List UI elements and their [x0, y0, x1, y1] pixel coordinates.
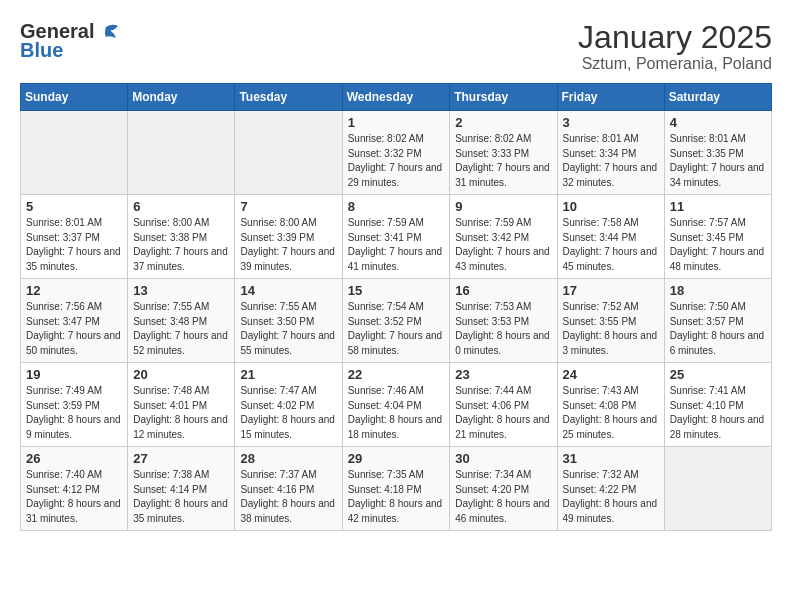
calendar-day-cell: 4Sunrise: 8:01 AM Sunset: 3:35 PM Daylig… — [664, 111, 771, 195]
page-title: January 2025 — [578, 20, 772, 55]
calendar-day-cell: 3Sunrise: 8:01 AM Sunset: 3:34 PM Daylig… — [557, 111, 664, 195]
day-info: Sunrise: 7:59 AM Sunset: 3:41 PM Dayligh… — [348, 216, 445, 274]
day-number: 18 — [670, 283, 766, 298]
calendar-week-row: 12Sunrise: 7:56 AM Sunset: 3:47 PM Dayli… — [21, 279, 772, 363]
day-info: Sunrise: 7:34 AM Sunset: 4:20 PM Dayligh… — [455, 468, 551, 526]
calendar-day-cell: 9Sunrise: 7:59 AM Sunset: 3:42 PM Daylig… — [450, 195, 557, 279]
day-number: 7 — [240, 199, 336, 214]
day-number: 13 — [133, 283, 229, 298]
calendar-day-cell: 6Sunrise: 8:00 AM Sunset: 3:38 PM Daylig… — [128, 195, 235, 279]
calendar-day-cell: 1Sunrise: 8:02 AM Sunset: 3:32 PM Daylig… — [342, 111, 450, 195]
weekday-header: Monday — [128, 84, 235, 111]
day-info: Sunrise: 8:01 AM Sunset: 3:34 PM Dayligh… — [563, 132, 659, 190]
day-info: Sunrise: 8:00 AM Sunset: 3:38 PM Dayligh… — [133, 216, 229, 274]
day-info: Sunrise: 7:40 AM Sunset: 4:12 PM Dayligh… — [26, 468, 122, 526]
logo-container: General Blue — [20, 20, 118, 62]
day-info: Sunrise: 7:59 AM Sunset: 3:42 PM Dayligh… — [455, 216, 551, 274]
day-number: 24 — [563, 367, 659, 382]
calendar-day-cell: 21Sunrise: 7:47 AM Sunset: 4:02 PM Dayli… — [235, 363, 342, 447]
calendar-day-cell — [664, 447, 771, 531]
day-info: Sunrise: 8:02 AM Sunset: 3:33 PM Dayligh… — [455, 132, 551, 190]
day-number: 28 — [240, 451, 336, 466]
calendar-day-cell: 16Sunrise: 7:53 AM Sunset: 3:53 PM Dayli… — [450, 279, 557, 363]
calendar-day-cell: 28Sunrise: 7:37 AM Sunset: 4:16 PM Dayli… — [235, 447, 342, 531]
calendar-week-row: 26Sunrise: 7:40 AM Sunset: 4:12 PM Dayli… — [21, 447, 772, 531]
logo: General Blue — [20, 20, 118, 62]
weekday-header: Sunday — [21, 84, 128, 111]
calendar-day-cell: 7Sunrise: 8:00 AM Sunset: 3:39 PM Daylig… — [235, 195, 342, 279]
day-info: Sunrise: 7:43 AM Sunset: 4:08 PM Dayligh… — [563, 384, 659, 442]
day-number: 30 — [455, 451, 551, 466]
day-number: 14 — [240, 283, 336, 298]
calendar-day-cell: 24Sunrise: 7:43 AM Sunset: 4:08 PM Dayli… — [557, 363, 664, 447]
day-info: Sunrise: 7:54 AM Sunset: 3:52 PM Dayligh… — [348, 300, 445, 358]
day-info: Sunrise: 7:53 AM Sunset: 3:53 PM Dayligh… — [455, 300, 551, 358]
day-info: Sunrise: 7:32 AM Sunset: 4:22 PM Dayligh… — [563, 468, 659, 526]
day-number: 22 — [348, 367, 445, 382]
day-number: 29 — [348, 451, 445, 466]
day-number: 31 — [563, 451, 659, 466]
page-header: General Blue January 2025 Sztum, Pomeran… — [20, 20, 772, 73]
day-info: Sunrise: 7:49 AM Sunset: 3:59 PM Dayligh… — [26, 384, 122, 442]
logo-bird-icon — [96, 23, 118, 41]
calendar-day-cell: 17Sunrise: 7:52 AM Sunset: 3:55 PM Dayli… — [557, 279, 664, 363]
day-number: 15 — [348, 283, 445, 298]
calendar-day-cell: 22Sunrise: 7:46 AM Sunset: 4:04 PM Dayli… — [342, 363, 450, 447]
day-number: 9 — [455, 199, 551, 214]
day-info: Sunrise: 7:52 AM Sunset: 3:55 PM Dayligh… — [563, 300, 659, 358]
calendar-day-cell: 26Sunrise: 7:40 AM Sunset: 4:12 PM Dayli… — [21, 447, 128, 531]
day-info: Sunrise: 8:01 AM Sunset: 3:37 PM Dayligh… — [26, 216, 122, 274]
logo-blue-text: Blue — [20, 39, 63, 62]
day-info: Sunrise: 7:41 AM Sunset: 4:10 PM Dayligh… — [670, 384, 766, 442]
calendar-day-cell: 11Sunrise: 7:57 AM Sunset: 3:45 PM Dayli… — [664, 195, 771, 279]
calendar-day-cell: 15Sunrise: 7:54 AM Sunset: 3:52 PM Dayli… — [342, 279, 450, 363]
day-info: Sunrise: 7:48 AM Sunset: 4:01 PM Dayligh… — [133, 384, 229, 442]
calendar-week-row: 5Sunrise: 8:01 AM Sunset: 3:37 PM Daylig… — [21, 195, 772, 279]
title-block: January 2025 Sztum, Pomerania, Poland — [578, 20, 772, 73]
day-number: 1 — [348, 115, 445, 130]
day-number: 2 — [455, 115, 551, 130]
day-number: 3 — [563, 115, 659, 130]
calendar-header-row: SundayMondayTuesdayWednesdayThursdayFrid… — [21, 84, 772, 111]
day-number: 16 — [455, 283, 551, 298]
calendar-week-row: 1Sunrise: 8:02 AM Sunset: 3:32 PM Daylig… — [21, 111, 772, 195]
day-info: Sunrise: 7:55 AM Sunset: 3:50 PM Dayligh… — [240, 300, 336, 358]
calendar-day-cell: 12Sunrise: 7:56 AM Sunset: 3:47 PM Dayli… — [21, 279, 128, 363]
day-info: Sunrise: 7:44 AM Sunset: 4:06 PM Dayligh… — [455, 384, 551, 442]
calendar-day-cell — [235, 111, 342, 195]
day-info: Sunrise: 7:56 AM Sunset: 3:47 PM Dayligh… — [26, 300, 122, 358]
calendar-day-cell: 8Sunrise: 7:59 AM Sunset: 3:41 PM Daylig… — [342, 195, 450, 279]
day-number: 20 — [133, 367, 229, 382]
day-number: 10 — [563, 199, 659, 214]
day-info: Sunrise: 7:46 AM Sunset: 4:04 PM Dayligh… — [348, 384, 445, 442]
calendar-day-cell: 29Sunrise: 7:35 AM Sunset: 4:18 PM Dayli… — [342, 447, 450, 531]
day-number: 8 — [348, 199, 445, 214]
day-number: 5 — [26, 199, 122, 214]
page-subtitle: Sztum, Pomerania, Poland — [578, 55, 772, 73]
day-number: 23 — [455, 367, 551, 382]
day-info: Sunrise: 7:55 AM Sunset: 3:48 PM Dayligh… — [133, 300, 229, 358]
calendar-day-cell: 13Sunrise: 7:55 AM Sunset: 3:48 PM Dayli… — [128, 279, 235, 363]
calendar-table: SundayMondayTuesdayWednesdayThursdayFrid… — [20, 83, 772, 531]
calendar-day-cell — [21, 111, 128, 195]
calendar-day-cell: 25Sunrise: 7:41 AM Sunset: 4:10 PM Dayli… — [664, 363, 771, 447]
weekday-header: Wednesday — [342, 84, 450, 111]
calendar-day-cell: 2Sunrise: 8:02 AM Sunset: 3:33 PM Daylig… — [450, 111, 557, 195]
day-info: Sunrise: 7:38 AM Sunset: 4:14 PM Dayligh… — [133, 468, 229, 526]
day-number: 26 — [26, 451, 122, 466]
calendar-day-cell: 20Sunrise: 7:48 AM Sunset: 4:01 PM Dayli… — [128, 363, 235, 447]
day-info: Sunrise: 7:50 AM Sunset: 3:57 PM Dayligh… — [670, 300, 766, 358]
calendar-day-cell: 23Sunrise: 7:44 AM Sunset: 4:06 PM Dayli… — [450, 363, 557, 447]
day-number: 6 — [133, 199, 229, 214]
day-info: Sunrise: 7:35 AM Sunset: 4:18 PM Dayligh… — [348, 468, 445, 526]
day-info: Sunrise: 8:02 AM Sunset: 3:32 PM Dayligh… — [348, 132, 445, 190]
weekday-header: Saturday — [664, 84, 771, 111]
day-number: 21 — [240, 367, 336, 382]
day-number: 11 — [670, 199, 766, 214]
day-number: 27 — [133, 451, 229, 466]
day-info: Sunrise: 7:47 AM Sunset: 4:02 PM Dayligh… — [240, 384, 336, 442]
calendar-day-cell: 31Sunrise: 7:32 AM Sunset: 4:22 PM Dayli… — [557, 447, 664, 531]
day-number: 12 — [26, 283, 122, 298]
weekday-header: Friday — [557, 84, 664, 111]
calendar-day-cell: 5Sunrise: 8:01 AM Sunset: 3:37 PM Daylig… — [21, 195, 128, 279]
